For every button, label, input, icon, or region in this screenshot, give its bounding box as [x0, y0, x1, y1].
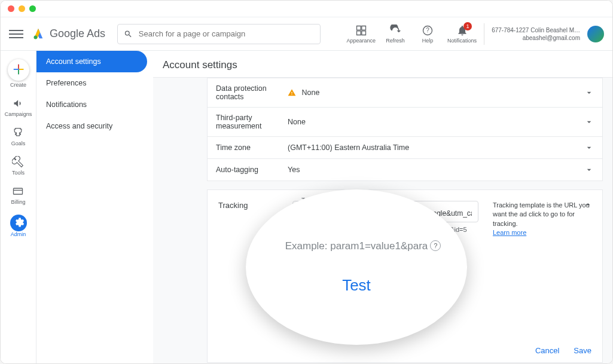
svg-text:?: ?	[426, 27, 429, 33]
chevron-down-icon	[584, 117, 594, 127]
rail-goals[interactable]: Goals	[11, 127, 26, 146]
subnav: Account settings Preferences Notificatio…	[36, 51, 153, 363]
subnav-preferences[interactable]: Preferences	[36, 72, 153, 94]
trophy-icon	[12, 127, 24, 139]
cancel-button[interactable]: Cancel	[535, 346, 559, 355]
svg-point-0	[33, 35, 37, 39]
rail-admin[interactable]: Admin	[10, 215, 27, 237]
rail-tools[interactable]: Tools	[12, 156, 25, 176]
row-time-zone[interactable]: Time zone (GMT+11:00) Eastern Australia …	[207, 137, 603, 159]
svg-rect-3	[14, 188, 23, 194]
rail-billing[interactable]: Billing	[11, 185, 25, 205]
row-data-protection[interactable]: Data protection contacts None	[207, 78, 603, 108]
save-button[interactable]: Save	[574, 346, 591, 355]
brand-text: Google Ads	[50, 27, 105, 40]
learn-more-link[interactable]: Learn more	[493, 229, 526, 236]
plus-icon	[12, 63, 25, 76]
chevron-down-icon	[584, 88, 594, 97]
search-input[interactable]	[139, 29, 314, 38]
help-icon: ?	[422, 25, 434, 36]
test-button[interactable]: Test	[342, 276, 371, 295]
top-bar: Google Ads Appearance Refresh ? Help 1 N…	[1, 17, 612, 51]
subnav-access-security[interactable]: Access and security	[36, 115, 153, 137]
create-button[interactable]: Create	[8, 59, 29, 88]
maximize-icon[interactable]	[29, 5, 36, 12]
tools-icon	[12, 156, 24, 168]
header-actions: Appearance Refresh ? Help 1 Notification…	[347, 23, 604, 45]
chevron-down-icon	[584, 143, 594, 152]
refresh-icon	[389, 25, 401, 36]
page-title: Account settings	[153, 51, 612, 78]
google-ads-logo-icon	[32, 27, 45, 41]
rail-campaigns[interactable]: Campaigns	[5, 97, 32, 117]
close-icon[interactable]	[8, 5, 14, 12]
magnified-callout: Example: param1=value1&para ? Test	[246, 189, 467, 345]
chevron-down-icon	[584, 165, 594, 175]
search-box[interactable]	[117, 24, 321, 44]
brand[interactable]: Google Ads	[32, 27, 105, 41]
menu-icon[interactable]	[9, 27, 23, 41]
account-info[interactable]: 677-784-1227 Colin Beashel M… abeashel@g…	[492, 26, 580, 42]
warning-icon	[288, 88, 296, 97]
row-auto-tagging[interactable]: Auto-tagging Yes	[207, 159, 603, 181]
megaphone-icon	[13, 97, 25, 109]
card-icon	[12, 185, 24, 197]
help-circle-icon[interactable]: ?	[430, 240, 441, 251]
row-third-party[interactable]: Third-party measurement None	[207, 108, 603, 137]
notification-badge: 1	[463, 22, 472, 30]
mac-titlebar	[1, 1, 612, 17]
minimize-icon[interactable]	[19, 5, 25, 12]
subnav-notifications[interactable]: Notifications	[36, 94, 153, 115]
nav-rail: Create Campaigns Goals Tools Billing	[1, 51, 36, 363]
gear-icon	[13, 216, 25, 228]
notifications-button[interactable]: 1 Notifications	[447, 25, 477, 44]
help-button[interactable]: ? Help	[415, 25, 440, 44]
divider	[484, 23, 484, 45]
avatar[interactable]	[587, 26, 604, 42]
subnav-account-settings[interactable]: Account settings	[36, 51, 147, 72]
refresh-button[interactable]: Refresh	[383, 25, 408, 44]
help-text: Tracking template is the URL you want th…	[493, 201, 590, 227]
appearance-icon	[355, 25, 367, 36]
appearance-button[interactable]: Appearance	[347, 25, 376, 44]
search-icon	[124, 29, 133, 39]
app-window: Google Ads Appearance Refresh ? Help 1 N…	[0, 0, 613, 364]
magnify-example-text: Example: param1=value1&para ?	[285, 240, 428, 252]
